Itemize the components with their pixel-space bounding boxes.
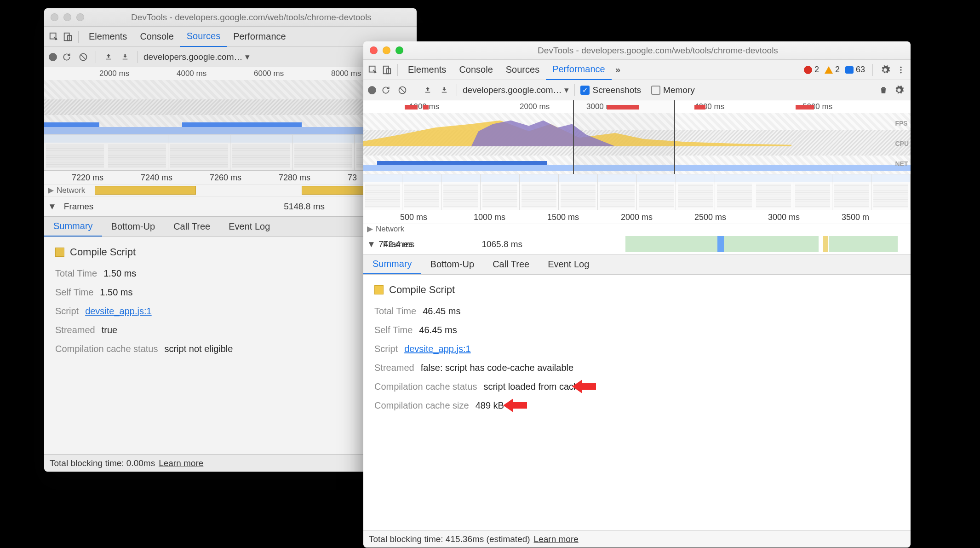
- tab-elements[interactable]: Elements: [401, 60, 453, 80]
- tab-summary[interactable]: Summary: [44, 217, 102, 237]
- inspect-icon[interactable]: [366, 63, 380, 77]
- filmstrip: [44, 134, 417, 170]
- script-link[interactable]: devsite_app.js:1: [404, 344, 471, 354]
- time-ruler-overview: 2000 ms 4000 ms 6000 ms 8000 ms: [44, 67, 417, 80]
- download-icon[interactable]: [437, 83, 451, 97]
- minimize-icon[interactable]: [383, 46, 390, 54]
- clear-icon[interactable]: [76, 50, 90, 64]
- dropdown-icon[interactable]: ▾: [564, 85, 569, 95]
- footer: Total blocking time: 415.36ms (estimated…: [363, 530, 911, 548]
- tab-performance[interactable]: Performance: [227, 27, 292, 47]
- panel-tabbar: Elements Console Sources Performance » 2…: [363, 60, 911, 80]
- inspect-icon[interactable]: [47, 30, 61, 44]
- clear-icon[interactable]: [395, 83, 409, 97]
- svg-rect-1: [64, 33, 69, 40]
- time-ruler-main[interactable]: 500 ms 1000 ms 1500 ms 2000 ms 2500 ms 3…: [363, 210, 911, 224]
- filmstrip: [363, 174, 911, 210]
- panel-tabbar: Elements Console Sources Performance: [44, 27, 417, 47]
- svg-point-11: [900, 72, 901, 73]
- collapse-icon[interactable]: ▼: [367, 239, 376, 249]
- settings-icon[interactable]: [892, 83, 906, 97]
- record-button[interactable]: [49, 53, 57, 61]
- devtools-window-left: DevTools - developers.google.com/web/too…: [44, 8, 417, 472]
- upload-icon[interactable]: [102, 50, 115, 64]
- time-ruler-main[interactable]: 7220 ms 7240 ms 7260 ms 7280 ms 73: [44, 171, 417, 185]
- total-blocking-time: Total blocking time: 415.36ms (estimated…: [369, 534, 530, 544]
- annotation-arrow-icon: [572, 379, 596, 394]
- download-icon[interactable]: [118, 50, 132, 64]
- tab-sources[interactable]: Sources: [180, 27, 227, 47]
- perf-toolbar: developers.google.com… ▾: [44, 47, 417, 67]
- zoom-icon[interactable]: [395, 46, 403, 54]
- tab-sources[interactable]: Sources: [499, 60, 546, 80]
- recording-select[interactable]: developers.google.com…: [463, 85, 562, 95]
- tab-call-tree[interactable]: Call Tree: [164, 217, 219, 237]
- tab-bottom-up[interactable]: Bottom-Up: [421, 254, 484, 274]
- details-tabs: Summary Bottom-Up Call Tree Event Log: [44, 217, 417, 237]
- trash-icon[interactable]: [877, 83, 890, 97]
- zoom-icon[interactable]: [76, 13, 84, 21]
- frames-row[interactable]: ▼ Frames 5148.8 ms: [44, 196, 417, 217]
- close-icon[interactable]: [51, 13, 58, 21]
- device-toggle-icon[interactable]: [380, 63, 394, 77]
- tab-performance[interactable]: Performance: [546, 60, 612, 80]
- tab-bottom-up[interactable]: Bottom-Up: [102, 217, 165, 237]
- svg-rect-13: [425, 92, 430, 92]
- frames-row[interactable]: ▼ Frames 742.4 ms 1065.8 ms: [363, 234, 911, 254]
- tab-console[interactable]: Console: [453, 60, 499, 80]
- svg-point-9: [900, 66, 901, 68]
- errors-badge[interactable]: 2: [802, 65, 821, 75]
- window-controls: [370, 46, 403, 54]
- svg-point-10: [900, 69, 901, 70]
- svg-rect-7: [384, 66, 389, 74]
- frame-bars: [487, 234, 911, 254]
- svg-rect-14: [442, 92, 447, 92]
- recording-select[interactable]: developers.google.com…: [143, 52, 242, 62]
- titlebar[interactable]: DevTools - developers.google.com/web/too…: [363, 41, 911, 60]
- learn-more-link[interactable]: Learn more: [534, 534, 579, 544]
- summary-title: Compile Script: [374, 284, 900, 296]
- overview-pane[interactable]: 2000 ms 4000 ms 6000 ms 8000 ms: [44, 67, 417, 171]
- perf-toolbar: developers.google.com… ▾ ✓ Screenshots M…: [363, 80, 911, 100]
- memory-label: Memory: [663, 85, 695, 95]
- dropdown-icon[interactable]: ▾: [245, 52, 250, 62]
- tab-call-tree[interactable]: Call Tree: [483, 254, 539, 274]
- learn-more-link[interactable]: Learn more: [159, 458, 203, 468]
- titlebar[interactable]: DevTools - developers.google.com/web/too…: [44, 8, 417, 27]
- reload-icon[interactable]: [60, 50, 74, 64]
- script-link[interactable]: devsite_app.js:1: [85, 306, 152, 317]
- warnings-badge[interactable]: 2: [823, 65, 842, 75]
- tab-console[interactable]: Console: [133, 27, 180, 47]
- more-tabs-icon[interactable]: »: [612, 63, 625, 77]
- collapse-icon[interactable]: ▼: [48, 202, 57, 212]
- device-toggle-icon[interactable]: [61, 30, 75, 44]
- tab-event-log[interactable]: Event Log: [539, 254, 598, 274]
- tab-summary[interactable]: Summary: [363, 254, 421, 274]
- event-color-chip: [55, 248, 64, 257]
- messages-badge[interactable]: 63: [843, 65, 867, 75]
- tab-elements[interactable]: Elements: [82, 27, 133, 47]
- window-title: DevTools - developers.google.com/web/too…: [92, 12, 410, 23]
- devtools-window-right: DevTools - developers.google.com/web/too…: [363, 41, 911, 548]
- overview-pane[interactable]: 1000 ms 2000 ms 3000 ms 4000 ms 5000 ms …: [363, 100, 911, 210]
- screenshots-checkbox[interactable]: ✓: [580, 86, 590, 95]
- kebab-icon[interactable]: [894, 63, 908, 77]
- summary-pane: Compile Script Total Time46.45 ms Self T…: [363, 275, 911, 530]
- summary-pane: Compile Script Total Time1.50 ms Self Ti…: [44, 237, 417, 454]
- footer: Total blocking time: 0.00ms Learn more: [44, 454, 417, 472]
- minimize-icon[interactable]: [63, 13, 71, 21]
- close-icon[interactable]: [370, 46, 378, 54]
- total-blocking-time: Total blocking time: 0.00ms: [50, 458, 155, 468]
- annotation-arrow-icon: [503, 398, 527, 413]
- svg-rect-5: [123, 58, 128, 59]
- reload-icon[interactable]: [379, 83, 393, 97]
- upload-icon[interactable]: [421, 83, 435, 97]
- network-row[interactable]: ▶ Network: [44, 185, 417, 196]
- overview-metric-labels: FPS CPU NET: [895, 113, 909, 174]
- settings-icon[interactable]: [878, 63, 892, 77]
- record-button[interactable]: [368, 86, 376, 94]
- network-row[interactable]: ▶ Network: [363, 224, 911, 234]
- window-controls: [51, 13, 84, 21]
- tab-event-log[interactable]: Event Log: [219, 217, 279, 237]
- memory-checkbox[interactable]: [651, 86, 660, 95]
